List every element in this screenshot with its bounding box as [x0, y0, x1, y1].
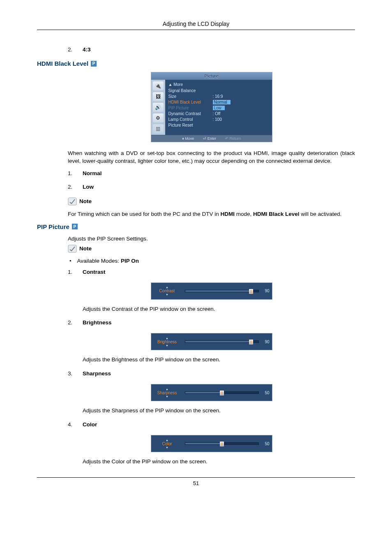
list-item: 4. Color [68, 421, 355, 428]
list-item: 2. Low [68, 184, 355, 190]
slider-thumb [220, 391, 224, 395]
note-icon [68, 197, 77, 206]
p-badge-icon: P [91, 61, 97, 67]
heading-text: PIP Picture [37, 223, 69, 230]
hdmi-description: When watching with a DVD or set-top box … [68, 150, 355, 165]
osd-setup-icon: ⚙ [153, 113, 164, 123]
slider-label: Brightness [157, 340, 177, 344]
osd-menu: ▲ More Signal Balance Size: 16:9 HDMI Bl… [165, 80, 272, 135]
slider-label: Color [162, 442, 172, 446]
list-number: 2. [68, 184, 75, 190]
note-label: Note [79, 198, 92, 204]
note-label: Note [79, 245, 92, 252]
arrow-down-icon: ▼ [166, 446, 168, 449]
arrow-up-icon: ▲ [166, 439, 168, 442]
arrow-up-icon: ▲ [166, 388, 168, 391]
slider-sharpness: ▲ Sharpness ▼ 50 [151, 384, 272, 401]
list-label: Sharpness [83, 370, 355, 377]
arrow-up-icon: ▲ [166, 286, 168, 289]
slider-brightness: ▲ Brightness ▼ 90 [151, 333, 272, 350]
slider-thumb [220, 442, 224, 446]
list-number: 2. [68, 319, 75, 326]
bullet-icon: • [69, 258, 71, 264]
slider-description: Adjusts the Brightness of the PIP window… [68, 356, 355, 364]
pip-intro: Adjusts the PIP Screen Settings. [68, 235, 355, 243]
slider-contrast: ▲ Contrast ▼ 90 [151, 282, 272, 300]
list-label: Contrast [83, 269, 355, 275]
osd-sound-icon: 🔊 [153, 103, 164, 112]
list-label: Brightness [83, 319, 355, 326]
note-heading: Note [68, 245, 355, 253]
list-number: 3. [68, 370, 75, 377]
heading-text: HDMI Black Level [37, 60, 88, 67]
slider-color: ▲ Color ▼ 50 [151, 435, 272, 452]
slider-description: Adjusts the Sharpness of the PIP window … [68, 407, 355, 415]
slider-value: 50 [261, 391, 270, 395]
arrow-down-icon: ▼ [166, 293, 168, 296]
section-heading-pip: PIP Picture P [37, 223, 355, 230]
page-header-title: Adjusting the LCD Display [37, 21, 355, 27]
slider-track [185, 340, 259, 343]
slider-thumb [249, 289, 253, 294]
footer-rule [37, 477, 355, 478]
osd-multi-icon: ▥ [153, 124, 164, 133]
list-item: 1. Contrast [68, 269, 355, 275]
list-number: 4. [68, 421, 75, 428]
p-badge-icon: P [72, 224, 78, 229]
list-item: 2. Brightness [68, 319, 355, 326]
osd-panel-picture: Picture 🔌 🖼 🔊 ⚙ ▥ ▲ More Signal Balance … [151, 72, 272, 142]
list-label: Color [83, 421, 355, 428]
header-rule [37, 30, 355, 30]
slider-description: Adjusts the Contrast of the PIP window o… [68, 305, 355, 313]
osd-footer: ♦ Move ⏎ Enter ↶ Return [151, 135, 272, 142]
osd-icon-column: 🔌 🖼 🔊 ⚙ ▥ [151, 80, 165, 135]
slider-track [185, 391, 259, 394]
slider-description: Adjusts the Color of the PIP window on t… [68, 458, 355, 466]
list-label: Low [83, 184, 355, 190]
osd-input-icon: 🔌 [153, 81, 164, 90]
arrow-down-icon: ▼ [166, 344, 168, 347]
osd-picture-icon: 🖼 [153, 92, 164, 101]
note-heading: Note [68, 197, 355, 206]
list-item: 2. 4:3 [68, 46, 355, 53]
list-label: Normal [83, 170, 355, 176]
slider-track [185, 290, 259, 292]
available-modes: • Available Modes: PIP On [68, 258, 355, 264]
slider-value: 90 [261, 289, 270, 293]
slider-thumb [249, 340, 253, 345]
hdmi-note-text: For Timing which can be used for both th… [68, 210, 355, 218]
arrow-up-icon: ▲ [166, 337, 168, 340]
svg-rect-0 [68, 198, 76, 205]
osd-title: Picture [151, 72, 272, 80]
list-number: 2. [68, 46, 75, 53]
list-number: 1. [68, 269, 75, 275]
list-number: 1. [68, 170, 75, 176]
slider-value: 90 [261, 340, 270, 344]
list-item: 1. Normal [68, 170, 355, 176]
slider-value: 50 [261, 442, 270, 446]
slider-track [185, 442, 259, 445]
list-label: 4:3 [83, 46, 355, 53]
note-icon [68, 245, 77, 253]
slider-label: Contrast [159, 289, 175, 293]
list-item: 3. Sharpness [68, 370, 355, 377]
osd-selected-row: HDMI Black Level Normal [168, 99, 269, 105]
slider-label: Sharpness [157, 391, 177, 395]
page-number: 51 [37, 480, 355, 486]
svg-rect-1 [68, 245, 76, 252]
section-heading-hdmi: HDMI Black Level P [37, 60, 355, 67]
arrow-down-icon: ▼ [166, 395, 168, 398]
osd-more: ▲ More [168, 82, 269, 87]
